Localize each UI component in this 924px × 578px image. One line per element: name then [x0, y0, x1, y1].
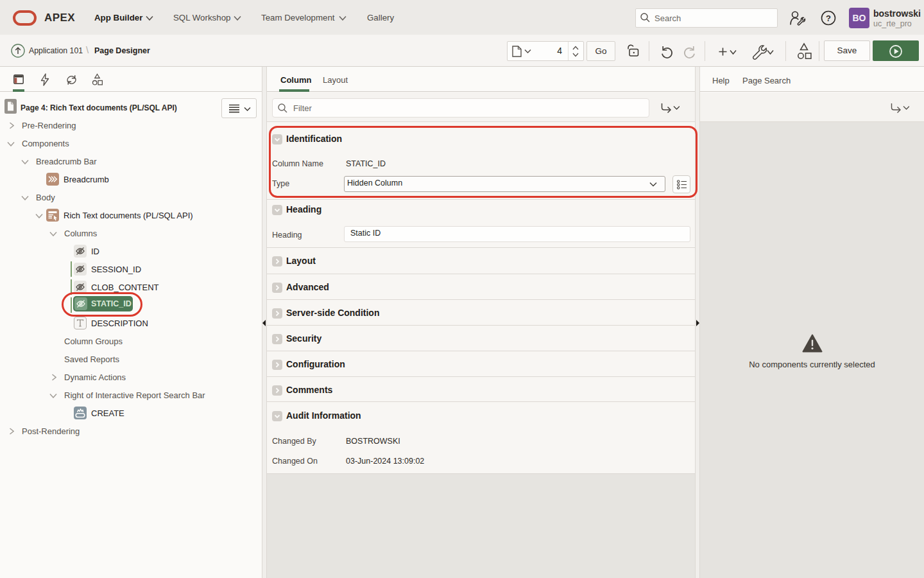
- svg-text:?: ?: [826, 13, 831, 23]
